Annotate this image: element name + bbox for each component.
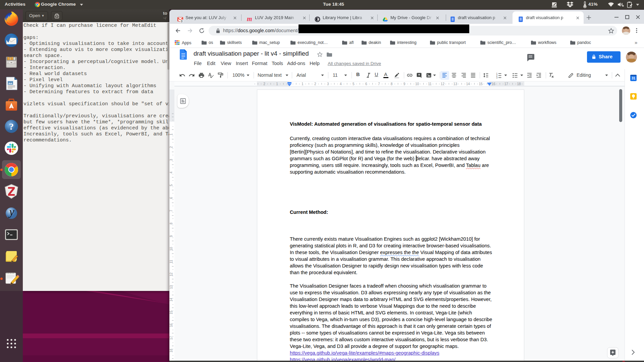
svg-text:10: 10 xyxy=(415,82,419,86)
svg-text:2: 2 xyxy=(263,82,265,86)
svg-text:17: 17 xyxy=(504,82,508,86)
svg-text:17: 17 xyxy=(169,336,173,340)
svg-text:16: 16 xyxy=(492,82,496,86)
svg-text:4: 4 xyxy=(340,82,342,86)
svg-text:3: 3 xyxy=(496,76,498,78)
svg-text:3: 3 xyxy=(327,82,329,86)
svg-text:14: 14 xyxy=(169,298,173,302)
svg-text:4: 4 xyxy=(169,172,173,174)
svg-text:14: 14 xyxy=(466,82,470,86)
svg-text:10: 10 xyxy=(169,247,173,251)
svg-text:11: 11 xyxy=(428,82,432,86)
svg-text:9: 9 xyxy=(404,82,406,86)
svg-text:12: 12 xyxy=(441,82,445,86)
svg-text:13: 13 xyxy=(453,82,458,86)
svg-text:18: 18 xyxy=(517,82,521,86)
svg-text:9: 9 xyxy=(169,235,173,237)
svg-text:5: 5 xyxy=(169,184,173,186)
svg-text:15: 15 xyxy=(169,310,173,314)
svg-text:8: 8 xyxy=(391,82,393,86)
svg-text:13: 13 xyxy=(169,285,173,289)
svg-text:1: 1 xyxy=(302,82,304,86)
svg-text:1: 1 xyxy=(276,82,278,86)
svg-text:16: 16 xyxy=(169,323,173,327)
svg-text:18: 18 xyxy=(169,349,173,353)
svg-text:?: ? xyxy=(9,121,14,132)
svg-text:5: 5 xyxy=(353,82,355,86)
svg-text:15: 15 xyxy=(479,82,483,86)
svg-text:6: 6 xyxy=(365,82,367,86)
svg-text:1: 1 xyxy=(169,133,173,135)
svg-text:11: 11 xyxy=(169,260,173,263)
svg-text:8: 8 xyxy=(169,222,173,224)
svg-text:7: 7 xyxy=(169,209,173,212)
svg-text:y: y xyxy=(8,205,14,218)
svg-text:7: 7 xyxy=(378,82,380,86)
svg-text:3: 3 xyxy=(169,159,173,161)
svg-text:12: 12 xyxy=(169,272,173,276)
svg-text:2: 2 xyxy=(169,146,173,148)
svg-text:6: 6 xyxy=(169,197,173,199)
svg-text:2: 2 xyxy=(314,82,316,86)
svg-text:0: 0 xyxy=(181,19,182,22)
